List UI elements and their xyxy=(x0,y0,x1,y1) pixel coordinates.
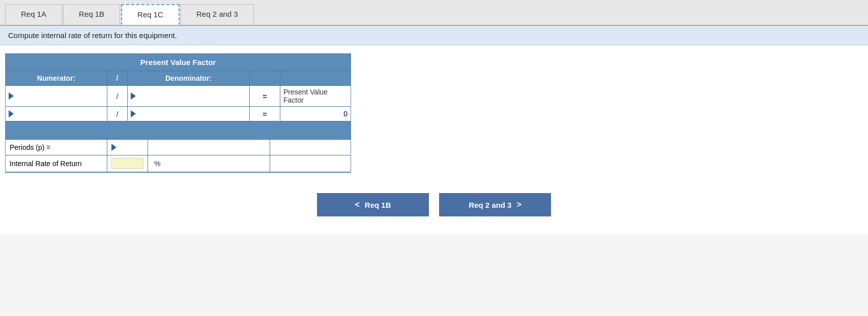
row2-equals: = xyxy=(250,107,280,121)
pv-table: Present Value Factor Numerator: / Denomi… xyxy=(5,53,351,173)
prev-chevron-icon xyxy=(355,200,359,209)
pv-row-2: / = 0 xyxy=(6,107,351,121)
subheader-denominator: Denominator: xyxy=(128,71,250,85)
subheader-slash: / xyxy=(107,71,128,85)
tab-req1c[interactable]: Req 1C xyxy=(121,4,180,25)
arrow-icon-2 xyxy=(131,92,136,100)
irr-label-cell: Internal Rate of Return xyxy=(6,155,107,172)
tab-req2and3[interactable]: Req 2 and 3 xyxy=(181,4,254,25)
tab-req1a[interactable]: Req 1A xyxy=(5,4,62,25)
irr-row: Internal Rate of Return % xyxy=(6,155,351,172)
row2-slash: / xyxy=(107,107,128,121)
subheader-col5 xyxy=(280,71,351,85)
periods-input-cell[interactable] xyxy=(107,140,148,155)
row2-denominator-input[interactable] xyxy=(138,109,246,119)
subheader-numerator: Numerator: xyxy=(6,71,107,85)
row1-result: Present Value Factor xyxy=(280,86,351,106)
row1-numerator-cell[interactable] xyxy=(6,86,107,106)
irr-col4 xyxy=(270,155,351,172)
main-content: Present Value Factor Numerator: / Denomi… xyxy=(0,45,868,235)
periods-col4 xyxy=(270,140,351,155)
row1-denominator-cell[interactable] xyxy=(128,86,250,106)
pv-row-1: / = Present Value Factor xyxy=(6,86,351,107)
arrow-icon-3 xyxy=(9,110,14,117)
pv-subheader: Numerator: / Denominator: xyxy=(6,71,351,86)
irr-input-cell[interactable] xyxy=(107,155,148,172)
next-chevron-icon xyxy=(516,200,521,209)
pv-table-header: Present Value Factor xyxy=(6,54,351,71)
periods-col3 xyxy=(148,140,270,155)
subheader-col4 xyxy=(250,71,280,85)
row2-numerator-input[interactable] xyxy=(16,109,104,119)
row2-result: 0 xyxy=(280,107,351,121)
arrow-icon-4 xyxy=(131,110,136,117)
irr-input[interactable] xyxy=(111,158,143,169)
arrow-icon-1 xyxy=(9,92,14,100)
irr-percent-cell: % xyxy=(148,155,270,172)
row1-numerator-input[interactable] xyxy=(16,91,104,101)
periods-input[interactable] xyxy=(119,142,143,152)
arrow-icon-5 xyxy=(111,144,117,151)
periods-label-cell: Periods (p) = xyxy=(6,140,107,155)
tab-req1b[interactable]: Req 1B xyxy=(63,4,120,25)
nav-buttons: Req 1B Req 2 and 3 xyxy=(5,193,863,227)
row1-equals: = xyxy=(250,86,280,106)
row1-slash: / xyxy=(107,86,128,106)
prev-button[interactable]: Req 1B xyxy=(317,193,429,216)
next-button[interactable]: Req 2 and 3 xyxy=(439,193,551,216)
instruction-bar: Compute internal rate of return for this… xyxy=(0,26,868,45)
pv-spacer xyxy=(6,121,351,140)
row2-numerator-cell[interactable] xyxy=(6,107,107,121)
tabs-bar: Req 1A Req 1B Req 1C Req 2 and 3 xyxy=(0,0,868,26)
row1-denominator-input[interactable] xyxy=(138,91,246,101)
periods-row: Periods (p) = xyxy=(6,140,351,155)
row2-denominator-cell[interactable] xyxy=(128,107,250,121)
